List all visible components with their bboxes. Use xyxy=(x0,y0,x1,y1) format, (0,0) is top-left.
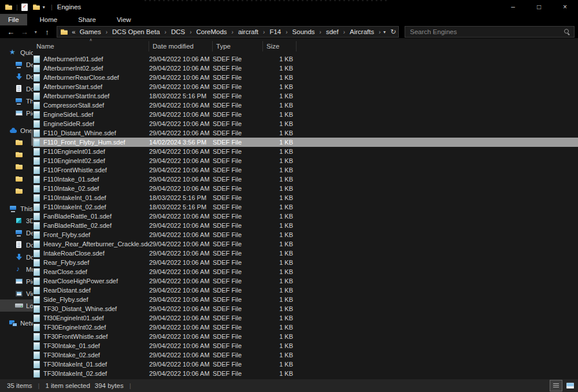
file-row[interactable]: TF30FrontWhistle.sdef29/04/2022 10:06 AM… xyxy=(33,332,578,341)
file-row[interactable]: FanBladeRattle_02.sdef29/04/2022 10:06 A… xyxy=(33,221,578,230)
tab-home[interactable]: Home xyxy=(32,14,66,25)
breadcrumb-chevron-right-icon[interactable]: › xyxy=(282,29,291,35)
column-header-size[interactable]: Size xyxy=(263,41,297,51)
breadcrumb-item[interactable]: Aircrafts xyxy=(349,28,375,35)
up-button[interactable]: ↑ xyxy=(41,26,54,38)
qat-properties-button[interactable] xyxy=(21,3,28,11)
file-row[interactable]: F110FrontWhistle.sdef29/04/2022 10:06 AM… xyxy=(33,165,578,175)
sidebar-item-folder[interactable] xyxy=(0,149,33,161)
breadcrumb-item[interactable]: F14 xyxy=(268,28,282,35)
file-row[interactable]: AfterburnerInt01.sdef29/04/2022 10:06 AM… xyxy=(33,54,578,64)
address-bar[interactable]: « Games›DCS Open Beta›DCS›CoreMods›aircr… xyxy=(57,26,399,38)
file-row[interactable]: IntakeRoarClose.sdef29/04/2022 10:06 AMS… xyxy=(33,249,578,258)
refresh-icon[interactable]: ↻ xyxy=(390,28,396,36)
file-row[interactable]: Rear_Flyby.sdef29/04/2022 10:06 AMSDEF F… xyxy=(33,258,578,267)
file-row[interactable]: EngineSideL.sdef29/04/2022 10:06 AMSDEF … xyxy=(33,110,578,119)
file-row[interactable]: F110EngineInt01.sdef29/04/2022 10:06 AMS… xyxy=(33,147,578,156)
file-row[interactable]: F110Intake_01.sdef29/04/2022 10:06 AMSDE… xyxy=(33,175,578,184)
file-row[interactable]: F110IntakeInt_02.sdef18/03/2022 5:16 PMS… xyxy=(33,202,578,212)
sidebar-item-folder[interactable] xyxy=(0,136,33,149)
tab-view[interactable]: View xyxy=(109,14,139,25)
back-button[interactable]: ← xyxy=(5,26,17,38)
file-row[interactable]: AfterburnerStart.sdef29/04/2022 10:06 AM… xyxy=(33,82,578,91)
breadcrumb-item[interactable]: Games xyxy=(79,28,102,35)
file-row[interactable]: TF30IntakeInt_02.sdef29/04/2022 10:06 AM… xyxy=(33,369,578,378)
forward-button[interactable]: → xyxy=(18,26,31,38)
sidebar-item-this-pc[interactable]: This PC xyxy=(0,202,33,215)
close-button[interactable]: × xyxy=(552,0,578,14)
breadcrumb-chevron-right-icon[interactable]: › xyxy=(375,29,383,35)
sidebar-item-folder[interactable] xyxy=(0,161,33,173)
file-row[interactable]: F110IntakeInt_01.sdef18/03/2022 5:16 PMS… xyxy=(33,193,578,202)
breadcrumb-item[interactable]: DCS xyxy=(170,28,186,35)
breadcrumb-chevron-right-icon[interactable]: › xyxy=(186,29,195,35)
qat-new-folder-button[interactable] xyxy=(33,4,40,10)
file-row[interactable]: TF30IntakeInt_01.sdef29/04/2022 10:06 AM… xyxy=(33,360,578,369)
address-dropdown-chevron-down-icon[interactable]: ▾ xyxy=(383,29,386,35)
tab-file[interactable]: File xyxy=(0,14,27,25)
sidebar-item-downloads[interactable]: Downloads xyxy=(0,71,33,83)
file-row[interactable]: Tf30EngineInt01.sdef29/04/2022 10:06 AMS… xyxy=(33,313,578,323)
file-row[interactable]: F110_Front_Flyby_Hum.sdef14/02/2024 3:56… xyxy=(33,138,578,147)
breadcrumb-item[interactable]: Sounds xyxy=(291,28,316,35)
sidebar-item-videos[interactable]: Videos xyxy=(0,287,33,299)
file-row[interactable]: AfterburnerStartInt.sdef18/03/2022 5:16 … xyxy=(33,91,578,101)
column-header-name[interactable]: Name∧ xyxy=(33,41,149,51)
sidebar-item-folder[interactable] xyxy=(0,173,33,185)
breadcrumb-chevron-right-icon[interactable]: › xyxy=(340,29,349,35)
details-view-button[interactable] xyxy=(550,380,562,391)
file-row[interactable]: TF30Intake_02.sdef29/04/2022 10:06 AMSDE… xyxy=(33,350,578,360)
breadcrumb-chevron-right-icon[interactable]: › xyxy=(161,29,170,35)
file-row[interactable]: F110_Distant_Whine.sdef29/04/2022 10:06 … xyxy=(33,128,578,138)
column-header-date-modified[interactable]: Date modified xyxy=(149,41,213,51)
file-row[interactable]: TF30_Distant_Whine.sdef29/04/2022 10:06 … xyxy=(33,304,578,313)
sidebar-item-folder[interactable] xyxy=(0,185,33,197)
file-row[interactable]: F110Intake_02.sdef29/04/2022 10:06 AMSDE… xyxy=(33,184,578,193)
sidebar-item-documents[interactable]: Documents xyxy=(0,239,33,251)
breadcrumb-chevron-right-icon[interactable]: › xyxy=(102,29,111,35)
qat-customize-chevron-down-icon[interactable]: ▾ xyxy=(43,5,45,10)
search-icon[interactable] xyxy=(564,28,570,35)
sidebar-item-desktop[interactable]: Desktop xyxy=(0,227,33,239)
sidebar-item-network[interactable]: Network xyxy=(0,317,33,329)
breadcrumb-chevron-right-icon[interactable]: › xyxy=(228,29,237,35)
file-row[interactable]: CompressorStall.sdef29/04/2022 10:06 AMS… xyxy=(33,101,578,110)
sidebar-item-3d-objects[interactable]: 3D Objects xyxy=(0,215,33,227)
breadcrumb-chevron-right-icon[interactable]: › xyxy=(316,29,325,35)
search-input[interactable] xyxy=(410,28,564,35)
breadcrumb-item[interactable]: sdef xyxy=(325,28,340,35)
sidebar-item-documents[interactable]: Documents xyxy=(0,83,33,95)
sidebar-item-pictures[interactable]: Pictures xyxy=(0,275,33,287)
minimize-button[interactable]: – xyxy=(500,0,526,14)
sidebar-item-downloads[interactable]: Downloads xyxy=(0,251,33,263)
file-row[interactable]: F110EngineInt02.sdef29/04/2022 10:06 AMS… xyxy=(33,156,578,165)
file-row[interactable]: AfterburnerInt02.sdef29/04/2022 10:06 AM… xyxy=(33,64,578,73)
file-row[interactable]: RearDistant.sdef29/04/2022 10:06 AMSDEF … xyxy=(33,286,578,295)
sidebar-item-this-pc[interactable]: This PC xyxy=(0,95,33,107)
sidebar-item-quick-access[interactable]: Quick access xyxy=(0,46,33,58)
sidebar-item-music[interactable]: Music xyxy=(0,263,33,275)
sidebar-item-desktop[interactable]: Desktop xyxy=(0,58,33,71)
sidebar-item-pictures[interactable]: Pictures xyxy=(0,107,33,119)
file-row[interactable]: RearCloseHighPower.sdef29/04/2022 10:06 … xyxy=(33,276,578,286)
file-row[interactable]: TF30Intake_01.sdef29/04/2022 10:06 AMSDE… xyxy=(33,341,578,350)
column-header-type[interactable]: Type xyxy=(213,41,263,51)
file-row[interactable]: FanBladeRattle_01.sdef29/04/2022 10:06 A… xyxy=(33,212,578,221)
breadcrumb-item[interactable]: DCS Open Beta xyxy=(111,28,161,35)
breadcrumb-item[interactable]: CoreMods xyxy=(195,28,228,35)
recent-locations-chevron-down-icon[interactable]: ▾ xyxy=(32,26,40,38)
sidebar-item-local-disk[interactable]: Local Disk xyxy=(0,299,33,312)
file-row[interactable]: AfterburnerRearClose.sdef29/04/2022 10:0… xyxy=(33,73,578,82)
sidebar-item-onedrive[interactable]: OneDrive xyxy=(0,124,33,136)
file-row[interactable]: Front_Flyby.sdef29/04/2022 10:06 AMSDEF … xyxy=(33,230,578,239)
file-row[interactable]: RearClose.sdef29/04/2022 10:06 AMSDEF Fi… xyxy=(33,267,578,276)
file-row[interactable]: Side_Flyby.sdef29/04/2022 10:06 AMSDEF F… xyxy=(33,295,578,304)
maximize-button[interactable]: □ xyxy=(526,0,552,14)
file-row[interactable]: EngineSideR.sdef29/04/2022 10:06 AMSDEF … xyxy=(33,119,578,128)
tab-share[interactable]: Share xyxy=(70,14,104,25)
breadcrumb-chevron-right-icon[interactable]: › xyxy=(260,29,268,35)
file-row[interactable]: Heavy_Rear_Afterburner_Crackle.sdef29/04… xyxy=(33,239,578,249)
file-row[interactable]: TF30EngineInt02.sdef29/04/2022 10:06 AMS… xyxy=(33,323,578,332)
breadcrumb-item[interactable]: aircraft xyxy=(237,28,260,35)
thumbnail-view-button[interactable] xyxy=(564,380,576,391)
